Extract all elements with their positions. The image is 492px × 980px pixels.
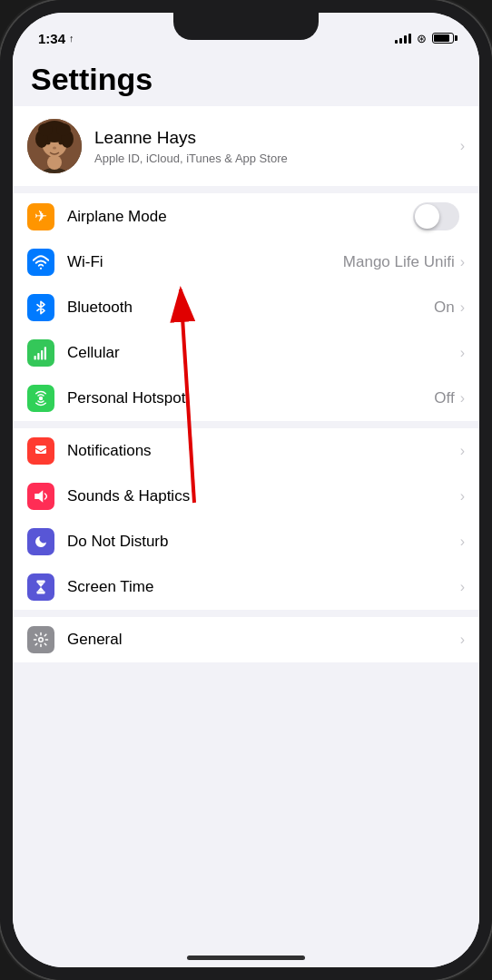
- svg-marker-20: [34, 490, 43, 503]
- svg-point-3: [47, 155, 62, 170]
- bluetooth-label: Bluetooth: [67, 299, 434, 317]
- hotspot-row[interactable]: Personal Hotspot Off ›: [13, 376, 479, 421]
- wifi-status-icon: ⊛: [417, 32, 427, 45]
- svg-rect-16: [41, 350, 43, 360]
- dnd-label: Do Not Disturb: [67, 533, 460, 551]
- wifi-label: Wi-Fi: [67, 253, 343, 271]
- screentime-label: Screen Time: [67, 578, 460, 596]
- sounds-icon: [33, 488, 49, 505]
- page-title: Settings: [13, 53, 479, 106]
- hotspot-value: Off: [434, 389, 454, 407]
- status-time: 1:34 ↑: [38, 31, 74, 46]
- general-chevron: ›: [460, 632, 465, 648]
- hourglass-icon: [33, 579, 49, 595]
- notifications-group: Notifications › Sounds & Haptics ›: [13, 428, 479, 610]
- notifications-label: Notifications: [67, 442, 460, 460]
- signal-bar-1: [395, 40, 398, 44]
- bluetooth-chevron: ›: [460, 299, 465, 316]
- svg-rect-22: [37, 592, 45, 594]
- dnd-row[interactable]: Do Not Disturb ›: [13, 519, 479, 564]
- profile-info: Leanne Hays Apple ID, iCloud, iTunes & A…: [94, 127, 460, 165]
- svg-rect-17: [44, 347, 46, 359]
- sounds-label: Sounds & Haptics: [67, 487, 460, 505]
- battery-icon: [432, 33, 454, 44]
- notifications-chevron: ›: [460, 443, 465, 459]
- bluetooth-row[interactable]: Bluetooth On ›: [13, 285, 479, 330]
- wifi-value: Mango Life Unifi: [343, 253, 455, 271]
- home-indicator: [187, 956, 305, 960]
- airplane-mode-icon-wrap: ✈: [27, 203, 54, 230]
- sounds-row[interactable]: Sounds & Haptics ›: [13, 474, 479, 519]
- wifi-row[interactable]: Wi-Fi Mango Life Unifi ›: [13, 240, 479, 285]
- connectivity-group: ✈ Airplane Mode: [13, 193, 479, 421]
- general-icon-wrap: [27, 626, 54, 653]
- dnd-chevron: ›: [460, 534, 465, 550]
- svg-rect-14: [34, 356, 36, 360]
- svg-rect-21: [37, 581, 45, 583]
- svg-point-23: [39, 638, 44, 642]
- sounds-icon-wrap: [27, 483, 54, 510]
- cellular-label: Cellular: [67, 344, 455, 362]
- profile-chevron: ›: [460, 138, 465, 154]
- moon-icon: [34, 534, 48, 549]
- screentime-row[interactable]: Screen Time ›: [13, 564, 479, 610]
- hotspot-chevron: ›: [460, 390, 465, 407]
- airplane-mode-label: Airplane Mode: [67, 208, 413, 226]
- wifi-chevron: ›: [460, 254, 465, 270]
- phone-frame: 1:34 ↑ ⊛ Setti: [0, 0, 492, 980]
- location-icon: ↑: [69, 33, 74, 44]
- main-content: Settings: [13, 53, 479, 967]
- profile-row[interactable]: Leanne Hays Apple ID, iCloud, iTunes & A…: [13, 106, 479, 186]
- hotspot-icon: [33, 390, 49, 407]
- wifi-icon: [33, 254, 49, 270]
- general-label: General: [67, 631, 460, 649]
- cellular-icon-wrap: [27, 339, 54, 367]
- cellular-chevron: ›: [460, 345, 465, 361]
- profile-name: Leanne Hays: [94, 127, 460, 150]
- bluetooth-icon-wrap: [27, 294, 54, 321]
- signal-bar-4: [408, 34, 411, 44]
- profile-section: Leanne Hays Apple ID, iCloud, iTunes & A…: [13, 106, 479, 186]
- svg-point-11: [59, 141, 64, 145]
- svg-point-9: [56, 123, 71, 136]
- svg-point-10: [46, 141, 51, 145]
- general-group: General ›: [13, 617, 479, 662]
- bluetooth-icon: [34, 299, 48, 316]
- svg-point-12: [53, 147, 56, 150]
- airplane-mode-row[interactable]: ✈ Airplane Mode: [13, 193, 479, 240]
- sounds-chevron: ›: [460, 488, 465, 505]
- hotspot-icon-wrap: [27, 385, 54, 412]
- notifications-row[interactable]: Notifications ›: [13, 428, 479, 474]
- gear-icon: [33, 632, 49, 648]
- svg-point-13: [40, 268, 42, 270]
- svg-rect-15: [37, 353, 39, 360]
- signal-bars: [395, 33, 411, 44]
- profile-subtitle: Apple ID, iCloud, iTunes & App Store: [94, 152, 460, 165]
- airplane-icon: ✈: [34, 207, 47, 226]
- screentime-chevron: ›: [460, 579, 465, 595]
- status-icons: ⊛: [395, 32, 454, 45]
- signal-bar-3: [404, 35, 407, 44]
- wifi-icon-wrap: [27, 249, 54, 276]
- cellular-icon: [33, 345, 49, 361]
- bluetooth-value: On: [434, 299, 455, 317]
- notifications-icon-wrap: [27, 437, 54, 465]
- svg-point-8: [38, 123, 53, 136]
- signal-bar-2: [399, 38, 402, 44]
- airplane-mode-toggle[interactable]: [413, 202, 459, 230]
- notifications-icon: [33, 443, 49, 459]
- notch: [173, 13, 319, 40]
- toggle-knob: [415, 204, 439, 229]
- svg-point-18: [39, 397, 44, 401]
- screen: 1:34 ↑ ⊛ Setti: [13, 13, 479, 967]
- phone-inner: 1:34 ↑ ⊛ Setti: [0, 0, 492, 980]
- screentime-icon-wrap: [27, 573, 54, 601]
- hotspot-label: Personal Hotspot: [67, 389, 434, 407]
- dnd-icon-wrap: [27, 528, 54, 555]
- general-row[interactable]: General ›: [13, 617, 479, 662]
- clock: 1:34: [38, 31, 65, 46]
- avatar: [27, 119, 82, 173]
- battery-fill: [434, 34, 449, 42]
- cellular-row[interactable]: Cellular ›: [13, 330, 479, 376]
